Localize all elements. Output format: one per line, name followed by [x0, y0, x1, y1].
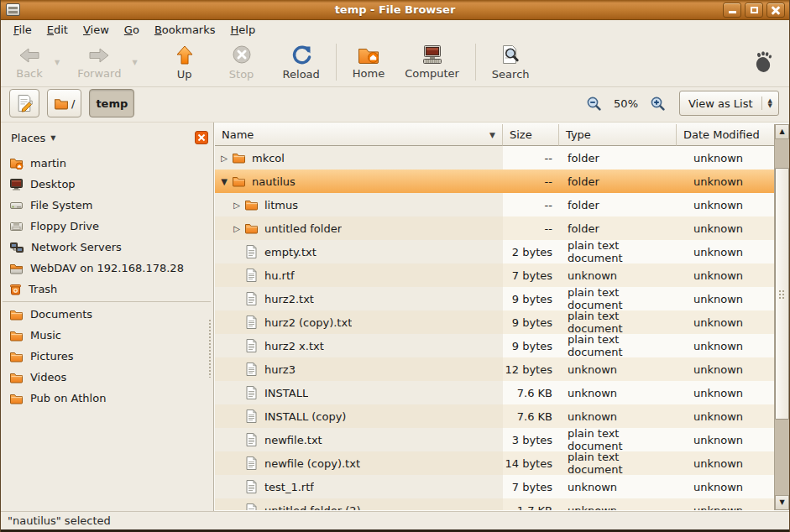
table-row[interactable]: newfile.txt 3 bytes plain text document … [215, 428, 774, 451]
menu-item-file[interactable]: File [6, 21, 39, 39]
table-row[interactable]: untitled folder (2) 1.7 KB unknown unkno… [215, 498, 774, 510]
sidebar-item-pub-on-athlon[interactable]: Pub on Athlon [1, 388, 212, 409]
sidebar-item-webdav-on-192-168-178-28[interactable]: WebDAV on 192.168.178.28 [1, 258, 212, 279]
name-cell: test_1.rtf [215, 475, 503, 498]
reload-button[interactable]: Reload [275, 42, 327, 83]
text-file-icon [243, 292, 259, 305]
trash-icon [9, 283, 22, 295]
forward-button[interactable]: Forward [70, 43, 128, 82]
sidebar-item-file-system[interactable]: File System [1, 195, 212, 216]
sidebar-item-trash[interactable]: Trash [1, 279, 212, 300]
folder-icon [9, 309, 24, 321]
scroll-down-button[interactable]: ▼ [775, 495, 789, 510]
stop-button[interactable]: Stop [220, 42, 264, 83]
view-mode-select[interactable]: View as List ▲ ▼ [679, 91, 779, 116]
maximize-button[interactable] [745, 3, 763, 18]
places-dropdown[interactable]: Places [6, 132, 45, 144]
table-row[interactable]: hurz3 12 bytes unknown unknown [215, 357, 774, 381]
sidebar-item-floppy-drive[interactable]: Floppy Drive [1, 216, 212, 237]
titlebar[interactable]: temp - File Browser [1, 0, 789, 20]
sidebar-item-videos[interactable]: Videos [1, 367, 212, 388]
text-file-icon [243, 339, 259, 352]
thumb-grip [778, 289, 786, 299]
size-cell: 7 bytes [503, 263, 559, 287]
column-header-type[interactable]: Type [559, 124, 677, 146]
menu-item-go[interactable]: Go [117, 21, 147, 39]
forward-dropdown-icon[interactable]: ▼ [128, 59, 140, 66]
back-dropdown-icon[interactable]: ▼ [51, 59, 63, 66]
table-row[interactable]: INSTALL 7.6 KB unknown unknown [215, 381, 774, 404]
expander-icon[interactable]: ▷ [231, 201, 243, 210]
back-button[interactable]: Back [8, 43, 51, 82]
sidebar-close-button[interactable] [195, 131, 208, 144]
scrollbar-thumb[interactable] [775, 168, 789, 420]
home-button[interactable]: Home [345, 43, 392, 82]
type-cell: plain text document [559, 334, 677, 357]
pane-resize-handle[interactable] [208, 319, 212, 378]
text-file-icon [243, 269, 259, 282]
floppy-icon [9, 221, 24, 232]
search-button[interactable]: Search [484, 42, 537, 83]
gnome-foot-icon [752, 50, 774, 74]
table-row[interactable]: hurz2 x.txt 9 bytes plain text document … [215, 334, 774, 357]
computer-icon [421, 44, 444, 65]
column-header-size[interactable]: Size [503, 124, 559, 146]
expander-icon[interactable]: ▷ [231, 224, 243, 233]
column-header-name[interactable]: Name ▼ [215, 124, 503, 146]
size-cell: 14 bytes [503, 451, 559, 475]
table-row[interactable]: ▷ mkcol -- folder unknown [215, 146, 774, 170]
root-button[interactable]: / [47, 89, 81, 117]
expander-icon[interactable]: ▷ [218, 154, 230, 163]
table-row[interactable]: hurz2.txt 9 bytes plain text document un… [215, 287, 774, 310]
table-row[interactable]: INSTALL (copy) 7.6 KB unknown unknown [215, 404, 774, 428]
computer-button[interactable]: Computer [397, 42, 467, 82]
folder-icon [243, 199, 259, 211]
sidebar-item-martin[interactable]: martin [1, 153, 212, 174]
sidebar-header: Places ▼ [6, 128, 208, 148]
table-row[interactable]: ▷ litmus -- folder unknown [215, 193, 774, 216]
size-cell: -- [503, 193, 559, 216]
table-row[interactable]: ▼ nautilus -- folder unknown [215, 170, 774, 193]
sidebar-item-documents[interactable]: Documents [1, 304, 212, 325]
window-title: temp - File Browser [1, 3, 789, 16]
column-header-date-modified[interactable]: Date Modified [677, 124, 774, 146]
table-row[interactable]: ▷ untitled folder -- folder unknown [215, 216, 774, 240]
menu-item-help[interactable]: Help [223, 21, 264, 39]
zoom-in-button[interactable] [650, 96, 666, 112]
minimize-button[interactable] [723, 3, 741, 18]
folder-icon [9, 330, 24, 342]
sidebar-item-music[interactable]: Music [1, 325, 212, 346]
size-cell: 7.6 KB [503, 381, 559, 404]
menu-item-edit[interactable]: Edit [39, 21, 76, 39]
place-label: Pictures [30, 350, 73, 362]
view-mode-spinner[interactable]: ▲ ▼ [761, 96, 778, 110]
edit-location-button[interactable] [9, 89, 39, 117]
type-cell: plain text document [559, 287, 677, 310]
menu-item-view[interactable]: View [76, 21, 117, 39]
sidebar-item-pictures[interactable]: Pictures [1, 346, 212, 367]
text-file-icon [243, 245, 259, 258]
zoom-out-button[interactable] [586, 96, 602, 112]
table-row[interactable]: newfile (copy).txt 14 bytes plain text d… [215, 451, 774, 475]
current-folder-button[interactable]: temp [89, 89, 134, 117]
expander-icon[interactable]: ▼ [218, 177, 230, 186]
menu-item-bookmarks[interactable]: Bookmarks [147, 21, 223, 39]
sidebar-item-desktop[interactable]: Desktop [1, 174, 212, 195]
close-button[interactable] [766, 3, 785, 18]
table-row[interactable]: test_1.rtf 7 bytes unknown unknown [215, 475, 774, 498]
type-cell: plain text document [559, 428, 677, 451]
scroll-up-button[interactable]: ▲ [775, 124, 789, 139]
scroll-down-icon: ▼ [779, 499, 784, 506]
table-row[interactable]: hu.rtf 7 bytes unknown unknown [215, 263, 774, 287]
vertical-scrollbar[interactable]: ▲ ▼ [774, 124, 789, 510]
name-cell: INSTALL (copy) [215, 404, 503, 428]
type-cell: plain text document [559, 451, 677, 475]
folder-icon [54, 97, 69, 110]
up-button[interactable]: Up [163, 42, 207, 83]
table-row[interactable]: empty.txt 2 bytes plain text document un… [215, 240, 774, 263]
size-cell: 12 bytes [503, 357, 559, 381]
table-row[interactable]: hurz2 (copy).txt 9 bytes plain text docu… [215, 310, 774, 334]
file-name: newfile.txt [264, 434, 322, 446]
size-cell: 9 bytes [503, 287, 559, 310]
sidebar-item-network-servers[interactable]: Network Servers [1, 237, 212, 258]
